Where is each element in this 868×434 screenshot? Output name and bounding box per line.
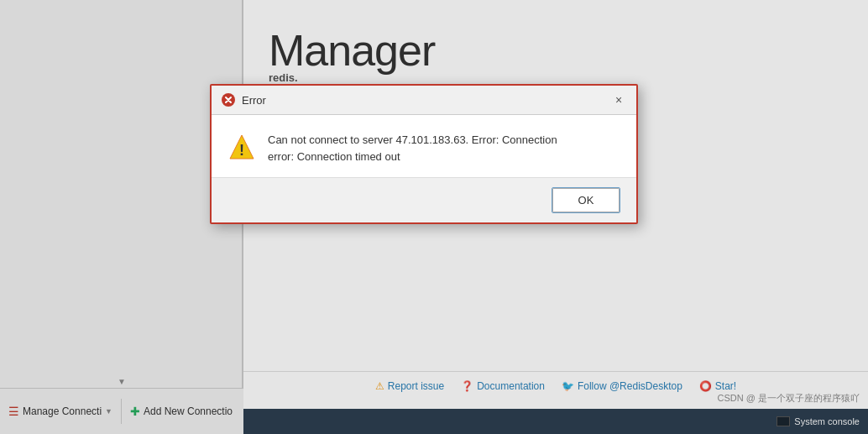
close-icon: ×	[615, 93, 622, 107]
error-dialog: Error × ! Can not connect to server 47.1…	[210, 84, 638, 224]
dialog-footer: OK	[212, 177, 636, 222]
dialog-title-left: Error	[222, 93, 266, 107]
dialog-body: ! Can not connect to server 47.101.183.6…	[212, 115, 636, 177]
error-icon	[222, 93, 235, 107]
dialog-titlebar: Error ×	[212, 86, 636, 115]
error-svg-icon	[222, 94, 234, 106]
dialog-message-line1: Can not connect to server 47.101.183.63.…	[268, 133, 557, 146]
dialog-message-line2: error: Connection timed out	[268, 150, 400, 163]
svg-text:!: !	[239, 142, 244, 159]
dialog-title-text: Error	[242, 94, 266, 107]
ok-button[interactable]: OK	[552, 188, 620, 212]
warning-triangle-icon: !	[228, 133, 255, 160]
dialog-close-button[interactable]: ×	[611, 92, 626, 107]
dialog-message: Can not connect to server 47.101.183.63.…	[268, 132, 557, 165]
